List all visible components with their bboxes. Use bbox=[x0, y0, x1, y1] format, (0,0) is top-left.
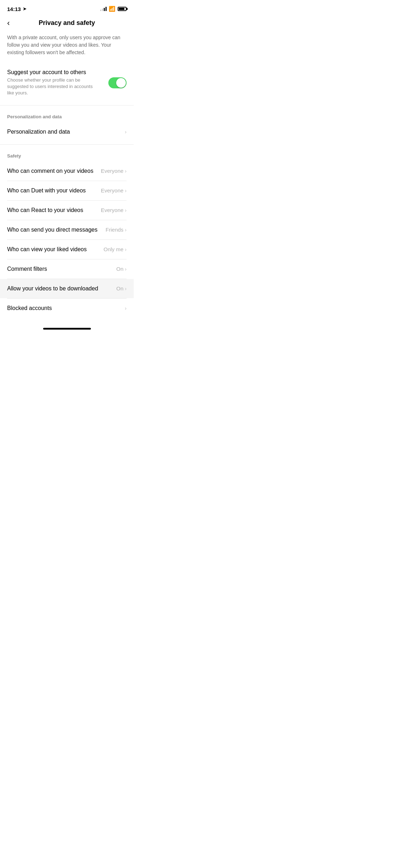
comment-filters-right: On › bbox=[116, 266, 127, 272]
comment-videos-value: Everyone bbox=[101, 168, 123, 174]
battery-icon bbox=[118, 7, 127, 11]
react-videos-row[interactable]: Who can React to your videos Everyone › bbox=[0, 201, 134, 220]
direct-messages-right: Friends › bbox=[106, 227, 127, 233]
duet-videos-value: Everyone bbox=[101, 187, 123, 193]
personalization-data-row[interactable]: Personalization and data › bbox=[0, 122, 134, 141]
personalization-section-label: Personalization and data bbox=[0, 108, 134, 122]
status-time: 14:13 ➤ bbox=[7, 6, 26, 12]
download-videos-value: On bbox=[116, 285, 123, 291]
blocked-accounts-row[interactable]: Blocked accounts › bbox=[0, 299, 134, 318]
wifi-icon: 📶 bbox=[109, 6, 115, 12]
download-videos-right: On › bbox=[116, 285, 127, 291]
direct-messages-row[interactable]: Who can send you direct messages Friends… bbox=[0, 220, 134, 239]
home-indicator bbox=[0, 325, 134, 332]
comment-videos-right: Everyone › bbox=[101, 168, 127, 174]
comment-videos-row[interactable]: Who can comment on your videos Everyone … bbox=[0, 161, 134, 181]
chevron-right-icon: › bbox=[125, 129, 127, 135]
blocked-accounts-label: Blocked accounts bbox=[7, 305, 52, 311]
suggest-account-desc: Choose whether your profile can be sugge… bbox=[7, 77, 100, 97]
chevron-right-icon: › bbox=[125, 247, 127, 252]
react-videos-label: Who can React to your videos bbox=[7, 207, 83, 213]
suggest-account-label: Suggest your account to others bbox=[7, 69, 108, 76]
duet-videos-label: Who can Duet with your videos bbox=[7, 187, 86, 194]
chevron-right-icon: › bbox=[125, 188, 127, 193]
section-divider-1 bbox=[0, 105, 134, 105]
suggest-account-toggle[interactable] bbox=[108, 77, 127, 88]
liked-videos-label: Who can view your liked videos bbox=[7, 246, 87, 253]
chevron-right-icon: › bbox=[125, 207, 127, 213]
back-button[interactable]: ‹ bbox=[6, 17, 11, 29]
home-bar bbox=[43, 328, 91, 330]
suggest-account-row: Suggest your account to others Choose wh… bbox=[0, 63, 134, 102]
chevron-right-icon: › bbox=[125, 286, 127, 291]
comment-filters-row[interactable]: Comment filters On › bbox=[0, 259, 134, 279]
chevron-right-icon: › bbox=[125, 168, 127, 174]
comment-filters-value: On bbox=[116, 266, 123, 272]
location-icon: ➤ bbox=[23, 6, 26, 11]
liked-videos-right: Only me › bbox=[103, 246, 127, 252]
chevron-right-icon: › bbox=[125, 227, 127, 233]
content: With a private account, only users you a… bbox=[0, 32, 134, 318]
toggle-knob bbox=[116, 78, 126, 88]
section-divider-2 bbox=[0, 144, 134, 145]
chevron-right-icon: › bbox=[125, 305, 127, 311]
comment-videos-label: Who can comment on your videos bbox=[7, 168, 93, 174]
private-account-description: With a private account, only users you a… bbox=[0, 32, 134, 63]
page-title: Privacy and safety bbox=[38, 19, 95, 27]
download-videos-label: Allow your videos to be downloaded bbox=[7, 285, 98, 292]
liked-videos-row[interactable]: Who can view your liked videos Only me › bbox=[0, 240, 134, 259]
status-bar: 14:13 ➤ 📶 bbox=[0, 0, 134, 16]
nav-header: ‹ Privacy and safety bbox=[0, 16, 134, 32]
duet-videos-row[interactable]: Who can Duet with your videos Everyone › bbox=[0, 181, 134, 200]
personalization-data-label: Personalization and data bbox=[7, 129, 70, 135]
react-videos-value: Everyone bbox=[101, 207, 123, 213]
comment-filters-label: Comment filters bbox=[7, 266, 47, 272]
liked-videos-value: Only me bbox=[103, 246, 123, 252]
download-videos-row[interactable]: Allow your videos to be downloaded On › bbox=[0, 279, 134, 298]
suggest-account-left: Suggest your account to others Choose wh… bbox=[7, 69, 108, 97]
safety-section-label: Safety bbox=[0, 148, 134, 161]
direct-messages-value: Friends bbox=[106, 227, 123, 233]
status-icons: 📶 bbox=[100, 6, 127, 12]
blocked-accounts-right: › bbox=[125, 305, 127, 311]
signal-icon bbox=[100, 7, 107, 11]
react-videos-right: Everyone › bbox=[101, 207, 127, 213]
chevron-right-icon: › bbox=[125, 266, 127, 272]
personalization-data-right: › bbox=[125, 129, 127, 135]
direct-messages-label: Who can send you direct messages bbox=[7, 227, 97, 233]
duet-videos-right: Everyone › bbox=[101, 187, 127, 193]
